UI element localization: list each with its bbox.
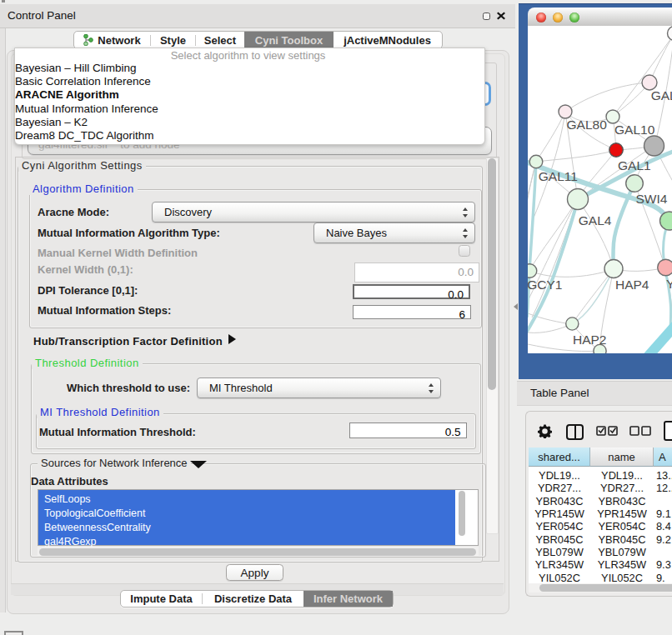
svg-text:GAL4: GAL4	[579, 213, 612, 228]
svg-text:GAL1: GAL1	[618, 158, 651, 172]
svg-text:GAL10: GAL10	[614, 122, 655, 137]
svg-text:GCY1: GCY1	[528, 278, 562, 292]
svg-text:GAL7: GAL7	[651, 88, 672, 102]
svg-text:YJL219W: YJL219W	[666, 277, 672, 291]
svg-text:HAP2: HAP2	[573, 332, 607, 347]
svg-text:SWI4: SWI4	[636, 192, 668, 206]
svg-text:GAL11: GAL11	[539, 169, 578, 183]
svg-text:HAP4: HAP4	[615, 278, 649, 292]
svg-text:GAL80: GAL80	[567, 118, 608, 132]
